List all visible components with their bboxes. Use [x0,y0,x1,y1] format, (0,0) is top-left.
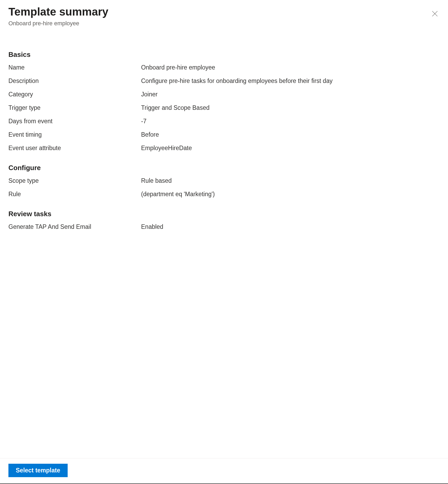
row-label: Event user attribute [8,145,141,152]
section-configure: Configure Scope type Rule based Rule (de… [8,164,440,198]
row-label: Name [8,64,141,71]
section-heading-basics: Basics [8,51,440,59]
row-label: Scope type [8,177,141,184]
panel-title: Template summary [8,5,440,18]
close-icon [431,10,438,17]
panel-header: Template summary Onboard pre-hire employ… [8,5,440,27]
select-template-button[interactable]: Select template [8,464,68,477]
row-rule: Rule (department eq 'Marketing') [8,191,440,198]
panel-content: Basics Name Onboard pre-hire employee De… [8,51,440,458]
row-value: Rule based [141,177,172,184]
row-label: Rule [8,191,141,198]
row-event-timing: Event timing Before [8,131,440,138]
panel-subtitle: Onboard pre-hire employee [8,20,440,27]
section-heading-configure: Configure [8,164,440,172]
row-value: Onboard pre-hire employee [141,64,215,71]
row-value: Configure pre-hire tasks for onboarding … [141,77,332,85]
row-label: Trigger type [8,104,141,111]
row-label: Description [8,77,141,85]
row-label: Days from event [8,118,141,125]
row-value: Before [141,131,159,138]
row-generate-tap: Generate TAP And Send Email Enabled [8,223,440,230]
row-name: Name Onboard pre-hire employee [8,64,440,71]
row-label: Generate TAP And Send Email [8,223,141,230]
row-event-user-attribute: Event user attribute EmployeeHireDate [8,145,440,152]
row-label: Event timing [8,131,141,138]
row-days-from-event: Days from event -7 [8,118,440,125]
close-button[interactable] [431,9,439,18]
row-scope-type: Scope type Rule based [8,177,440,184]
row-value: EmployeeHireDate [141,145,192,152]
row-category: Category Joiner [8,91,440,98]
section-basics: Basics Name Onboard pre-hire employee De… [8,51,440,152]
row-value: (department eq 'Marketing') [141,191,215,198]
row-description: Description Configure pre-hire tasks for… [8,77,440,85]
panel-footer: Select template [0,458,448,484]
row-value: Enabled [141,223,163,230]
section-heading-review-tasks: Review tasks [8,210,440,218]
row-label: Category [8,91,141,98]
row-value: Joiner [141,91,158,98]
row-value: -7 [141,118,146,125]
section-review-tasks: Review tasks Generate TAP And Send Email… [8,210,440,230]
row-value: Trigger and Scope Based [141,104,210,111]
row-trigger-type: Trigger type Trigger and Scope Based [8,104,440,111]
